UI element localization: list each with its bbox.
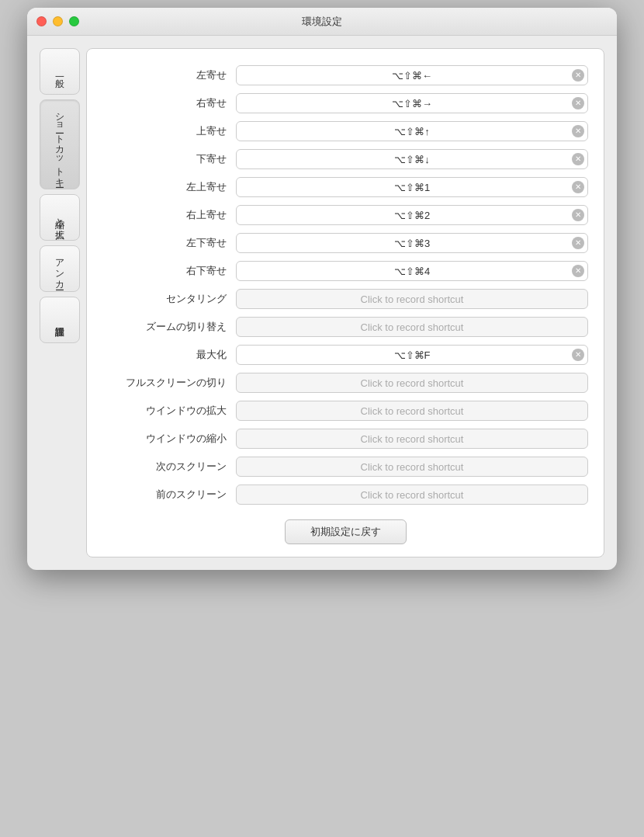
shortcut-label: 左寄せ bbox=[102, 68, 227, 82]
main-content: 左寄せ⌥⇧⌘←✕右寄せ⌥⇧⌘→✕上寄せ⌥⇧⌘↑✕下寄せ⌥⇧⌘↓✕左上寄せ⌥⇧⌘1… bbox=[86, 48, 604, 557]
title-bar: 環境設定 bbox=[27, 8, 617, 36]
sidebar-item-general[interactable]: 一般 bbox=[40, 48, 80, 95]
shortcut-row: 次のスクリーンClick to record shortcut bbox=[102, 453, 588, 481]
sidebar-item-anchor[interactable]: アンカー bbox=[40, 245, 80, 292]
clear-shortcut-button[interactable]: ✕ bbox=[572, 69, 584, 82]
shortcut-field[interactable]: ⌥⇧⌘3✕ bbox=[236, 233, 588, 253]
shortcut-value: ⌥⇧⌘4 bbox=[394, 266, 430, 277]
preferences-window: 環境設定 一般 ショートカットキー 小縮と拡大 アンカー 詳設置細 左寄せ⌥⇧⌘… bbox=[27, 8, 617, 570]
shortcut-field[interactable]: ⌥⇧⌘F✕ bbox=[236, 345, 588, 365]
maximize-button[interactable] bbox=[69, 16, 79, 26]
shortcut-value: Click to record shortcut bbox=[361, 293, 464, 305]
clear-shortcut-button[interactable]: ✕ bbox=[572, 237, 584, 249]
shortcut-row: 最大化⌥⇧⌘F✕ bbox=[102, 341, 588, 369]
reset-row: 初期設定に戻す bbox=[102, 519, 588, 544]
shortcut-label: 右下寄せ bbox=[102, 264, 227, 278]
shortcut-label: 右上寄せ bbox=[102, 208, 227, 222]
shortcut-field[interactable]: ⌥⇧⌘2✕ bbox=[236, 205, 588, 225]
shortcut-value: ⌥⇧⌘↑ bbox=[394, 126, 430, 137]
shortcut-row: 右寄せ⌥⇧⌘→✕ bbox=[102, 89, 588, 117]
shortcut-field[interactable]: Click to record shortcut bbox=[236, 484, 588, 505]
shortcut-field[interactable]: Click to record shortcut bbox=[236, 373, 588, 393]
shortcut-row: フルスクリーンの切りClick to record shortcut bbox=[102, 369, 588, 397]
shortcut-label: 右寄せ bbox=[102, 96, 227, 110]
window-body: 一般 ショートカットキー 小縮と拡大 アンカー 詳設置細 左寄せ⌥⇧⌘←✕右寄せ… bbox=[27, 36, 617, 570]
shortcut-row: 左上寄せ⌥⇧⌘1✕ bbox=[102, 173, 588, 201]
shortcut-value: ⌥⇧⌘← bbox=[392, 70, 432, 82]
shortcut-row: 右下寄せ⌥⇧⌘4✕ bbox=[102, 257, 588, 285]
shortcut-label: 前のスクリーン bbox=[102, 488, 227, 502]
shortcut-field[interactable]: ⌥⇧⌘↓✕ bbox=[236, 149, 588, 169]
shortcut-label: センタリング bbox=[102, 292, 227, 306]
window-title: 環境設定 bbox=[302, 15, 342, 29]
clear-shortcut-button[interactable]: ✕ bbox=[572, 349, 584, 361]
shortcut-field[interactable]: ⌥⇧⌘←✕ bbox=[236, 65, 588, 85]
clear-shortcut-button[interactable]: ✕ bbox=[572, 125, 584, 137]
shortcut-row: 下寄せ⌥⇧⌘↓✕ bbox=[102, 145, 588, 173]
shortcut-row: ウインドウの縮小Click to record shortcut bbox=[102, 425, 588, 453]
shortcut-field[interactable]: ⌥⇧⌘→✕ bbox=[236, 93, 588, 113]
shortcut-label: ウインドウの縮小 bbox=[102, 432, 227, 446]
traffic-lights bbox=[36, 16, 79, 26]
shortcut-label: 最大化 bbox=[102, 348, 227, 362]
shortcut-label: 左上寄せ bbox=[102, 180, 227, 194]
shortcut-label: 下寄せ bbox=[102, 152, 227, 166]
shortcut-label: 左下寄せ bbox=[102, 236, 227, 250]
shortcut-field[interactable]: Click to record shortcut bbox=[236, 401, 588, 421]
shortcut-row: 右上寄せ⌥⇧⌘2✕ bbox=[102, 201, 588, 229]
close-button[interactable] bbox=[36, 16, 47, 26]
shortcut-row: センタリングClick to record shortcut bbox=[102, 285, 588, 313]
reset-button[interactable]: 初期設定に戻す bbox=[285, 519, 407, 544]
shortcut-value: ⌥⇧⌘→ bbox=[392, 98, 432, 109]
shortcut-label: 上寄せ bbox=[102, 124, 227, 138]
shortcut-value: ⌥⇧⌘2 bbox=[394, 210, 430, 221]
shortcut-value: Click to record shortcut bbox=[361, 461, 464, 473]
sidebar: 一般 ショートカットキー 小縮と拡大 アンカー 詳設置細 bbox=[40, 48, 80, 557]
shortcut-value: Click to record shortcut bbox=[361, 321, 464, 333]
shortcut-rows: 左寄せ⌥⇧⌘←✕右寄せ⌥⇧⌘→✕上寄せ⌥⇧⌘↑✕下寄せ⌥⇧⌘↓✕左上寄せ⌥⇧⌘1… bbox=[102, 61, 588, 509]
shortcut-label: ウインドウの拡大 bbox=[102, 404, 227, 418]
shortcut-field[interactable]: Click to record shortcut bbox=[236, 429, 588, 449]
shortcut-field[interactable]: ⌥⇧⌘↑✕ bbox=[236, 121, 588, 141]
clear-shortcut-button[interactable]: ✕ bbox=[572, 181, 584, 193]
shortcut-value: ⌥⇧⌘F bbox=[394, 349, 431, 361]
shortcut-value: Click to record shortcut bbox=[361, 489, 464, 501]
sidebar-item-advanced[interactable]: 詳設置細 bbox=[40, 297, 80, 343]
sidebar-item-resize[interactable]: 小縮と拡大 bbox=[40, 194, 80, 241]
shortcut-row: ズームの切り替えClick to record shortcut bbox=[102, 313, 588, 341]
shortcut-row: ウインドウの拡大Click to record shortcut bbox=[102, 397, 588, 425]
shortcut-field[interactable]: ⌥⇧⌘4✕ bbox=[236, 261, 588, 281]
shortcut-label: ズームの切り替え bbox=[102, 320, 227, 334]
shortcut-field[interactable]: Click to record shortcut bbox=[236, 317, 588, 337]
shortcut-row: 左寄せ⌥⇧⌘←✕ bbox=[102, 61, 588, 89]
clear-shortcut-button[interactable]: ✕ bbox=[572, 153, 584, 165]
shortcut-value: ⌥⇧⌘1 bbox=[394, 182, 430, 193]
clear-shortcut-button[interactable]: ✕ bbox=[572, 265, 584, 277]
shortcut-field[interactable]: ⌥⇧⌘1✕ bbox=[236, 177, 588, 197]
shortcut-value: Click to record shortcut bbox=[361, 377, 464, 389]
clear-shortcut-button[interactable]: ✕ bbox=[572, 209, 584, 221]
shortcut-label: 次のスクリーン bbox=[102, 460, 227, 474]
shortcut-value: ⌥⇧⌘3 bbox=[394, 238, 430, 249]
minimize-button[interactable] bbox=[53, 16, 63, 26]
shortcut-value: Click to record shortcut bbox=[361, 433, 464, 445]
shortcut-label: フルスクリーンの切り bbox=[102, 376, 227, 390]
shortcut-value: Click to record shortcut bbox=[361, 405, 464, 417]
sidebar-item-shortcuts[interactable]: ショートカットキー bbox=[40, 99, 80, 189]
shortcut-value: ⌥⇧⌘↓ bbox=[394, 154, 430, 165]
clear-shortcut-button[interactable]: ✕ bbox=[572, 97, 584, 109]
shortcut-row: 左下寄せ⌥⇧⌘3✕ bbox=[102, 229, 588, 257]
shortcut-row: 上寄せ⌥⇧⌘↑✕ bbox=[102, 117, 588, 145]
shortcut-field[interactable]: Click to record shortcut bbox=[236, 289, 588, 309]
shortcut-row: 前のスクリーンClick to record shortcut bbox=[102, 481, 588, 509]
shortcut-field[interactable]: Click to record shortcut bbox=[236, 457, 588, 477]
